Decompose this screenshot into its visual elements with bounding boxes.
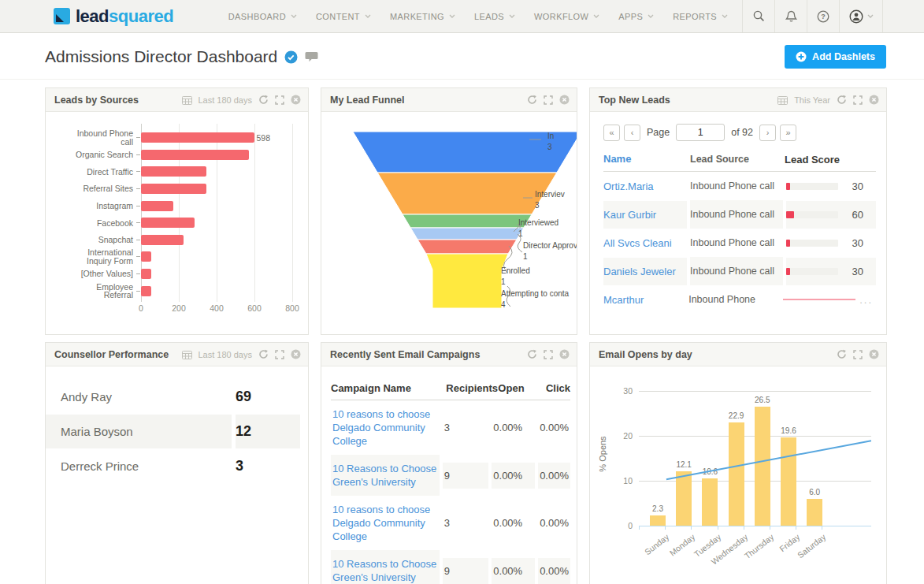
logo-text: leadsquared (76, 6, 173, 27)
expand-icon[interactable] (275, 350, 284, 359)
x-axis-tick (639, 526, 640, 530)
top-navbar: leadsquared DASHBOARDCONTENTMARKETINGLEA… (0, 0, 924, 33)
calendar-icon[interactable] (182, 350, 192, 359)
axis-tick (136, 291, 140, 292)
stage-name: Enrolled (501, 266, 530, 277)
bar (141, 235, 184, 245)
refresh-icon[interactable] (527, 95, 537, 105)
menu-content[interactable]: CONTENT (316, 12, 371, 21)
funnel-stage-label: Interviewed1 (518, 218, 558, 239)
x-tick-label: Saturday (796, 532, 828, 560)
svg-text:?: ? (821, 13, 826, 20)
verified-check-icon (284, 50, 298, 64)
close-icon[interactable] (869, 349, 879, 359)
x-tick-label: 200 (172, 303, 186, 313)
column-header: Recipients (446, 382, 495, 394)
bar (141, 166, 206, 177)
lead-name-link[interactable]: Ortiz.Maria (603, 173, 687, 200)
stage-value: 3 (547, 142, 554, 153)
lead-score: 30 (786, 173, 876, 200)
pager-first-button[interactable]: « (603, 125, 620, 141)
x-axis: 0200400600800 (141, 299, 302, 314)
table-row: McarthurInbound Phone... (603, 285, 876, 314)
refresh-icon[interactable] (258, 95, 269, 105)
lead-source: Inbound Phone (688, 285, 780, 314)
refresh-icon[interactable] (837, 349, 847, 359)
campaign-name-link[interactable]: 10 Reasons to Choose Green's University (331, 455, 440, 496)
pager-last-button[interactable]: » (780, 125, 796, 141)
calendar-icon[interactable] (182, 95, 192, 105)
menu-dashboard[interactable]: DASHBOARD (228, 12, 297, 21)
bar-row: 598 (141, 129, 302, 147)
top-new-leads-table: «‹Pageof 92›»NameLead SourceLead ScoreOr… (590, 112, 886, 334)
score-bar (786, 183, 838, 190)
counsellor-performance-list: Andy Ray69Maria Boyson12Derreck Prince3 (46, 366, 308, 584)
column-header: Open (498, 382, 543, 394)
plus-circle-icon (796, 51, 807, 62)
expand-icon[interactable] (544, 95, 553, 105)
menu-marketing[interactable]: MARKETING (390, 12, 455, 21)
calendar-icon[interactable] (777, 95, 788, 105)
stage-value: 1 (523, 251, 577, 262)
notifications-bell-icon[interactable] (774, 0, 807, 32)
date-range-label[interactable]: Last 180 days (199, 95, 253, 105)
click-rate-value: 0.00% (538, 463, 570, 489)
page-number-input[interactable] (676, 124, 725, 141)
axis-tick (136, 240, 140, 240)
close-icon[interactable] (291, 349, 301, 359)
profile-icon[interactable] (839, 0, 883, 32)
x-tick-label: 400 (210, 303, 224, 313)
add-dashlets-button[interactable]: Add Dashlets (785, 45, 886, 69)
bar (141, 269, 151, 279)
page-header: Admissions Director Dashboard Add Dashle… (0, 33, 924, 80)
pager-next-button[interactable]: › (759, 125, 776, 141)
campaign-name-link[interactable]: 10 reasons to choose Delgado Community C… (331, 400, 440, 455)
menu-label: WORKFLOW (534, 12, 588, 21)
leadsquared-logo[interactable]: leadsquared (0, 0, 173, 32)
date-range-label[interactable]: Last 180 days (199, 350, 253, 359)
close-icon[interactable] (559, 349, 570, 359)
bar (141, 218, 195, 228)
menu-workflow[interactable]: WORKFLOW (534, 12, 599, 21)
bar-row (141, 147, 302, 164)
score-bar-fill (786, 240, 790, 247)
close-icon[interactable] (291, 95, 301, 105)
close-icon[interactable] (559, 95, 570, 105)
score-value: 30 (852, 237, 863, 249)
menu-reports[interactable]: REPORTS (673, 12, 728, 21)
counsellor-name: Maria Boyson (46, 415, 232, 448)
funnel-segment (417, 240, 517, 254)
search-icon[interactable] (742, 0, 774, 32)
axis-tick (136, 273, 140, 274)
menu-label: LEADS (474, 12, 504, 21)
date-range-label[interactable]: This Year (794, 95, 830, 105)
campaign-name-link[interactable]: 10 reasons to choose Delgado Community C… (331, 496, 440, 550)
counsellor-value: 69 (236, 380, 300, 414)
menu-leads[interactable]: LEADS (474, 12, 515, 21)
comment-bubble-icon[interactable] (305, 51, 318, 63)
pager-prev-button[interactable]: ‹ (624, 125, 640, 141)
help-icon[interactable]: ? (807, 0, 839, 32)
lead-name-link[interactable]: All Svcs Cleani (603, 229, 687, 257)
table-header: Campaign NameRecipientsOpenClick (331, 376, 570, 400)
lead-name-link[interactable]: Daniels Jeweler (603, 258, 687, 285)
refresh-icon[interactable] (258, 349, 269, 359)
counsellor-name: Derreck Prince (46, 449, 232, 483)
menu-apps[interactable]: APPS (618, 12, 654, 21)
refresh-icon[interactable] (527, 349, 537, 359)
expand-icon[interactable] (275, 95, 284, 105)
menu-label: APPS (618, 12, 643, 21)
close-icon[interactable] (869, 95, 879, 105)
widget-header: Recently Sent Email Campaigns (321, 343, 577, 366)
refresh-icon[interactable] (837, 95, 847, 105)
stage-value: 1 (501, 277, 530, 288)
expand-icon[interactable] (853, 350, 863, 359)
lead-name-link[interactable]: Kaur Gurbir (603, 201, 687, 229)
expand-icon[interactable] (544, 350, 553, 359)
widget-header: Counsellor Performance Last 180 days (46, 343, 308, 366)
category-label: Organic Search (52, 147, 140, 164)
campaign-name-link[interactable]: 10 Reasons to Choose Green's University (331, 550, 440, 584)
expand-icon[interactable] (853, 95, 863, 105)
axis-tick (136, 222, 140, 223)
lead-name-link[interactable]: Mcarthur (603, 286, 685, 314)
